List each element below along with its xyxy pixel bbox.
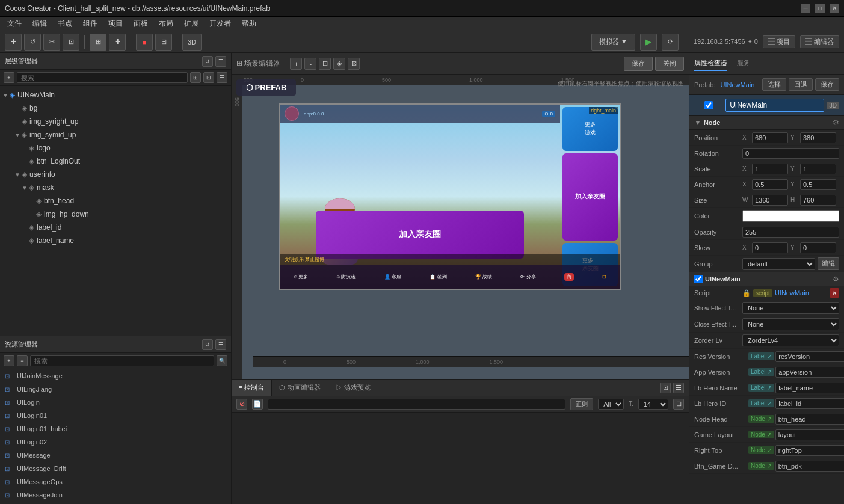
screenshot-button[interactable]: ⊡	[63, 34, 79, 51]
menu-layout[interactable]: 布局	[154, 17, 178, 31]
menu-help[interactable]: 帮助	[237, 17, 261, 31]
log-level-select[interactable]: All	[598, 399, 624, 410]
asset-item-uilogin01[interactable]: ⊡UILogin01	[0, 409, 231, 422]
join-family-btn[interactable]: 加入亲友圈	[562, 153, 618, 241]
uinewmain-section-header[interactable]: UINewMain ⚙	[689, 272, 844, 286]
group-select[interactable]: default	[742, 258, 815, 270]
hierarchy-sort[interactable]: ⊞	[190, 72, 201, 83]
editor-button[interactable]: ▤ 编辑器	[800, 35, 839, 48]
node-section-header[interactable]: ▼ Node ⚙	[689, 116, 844, 130]
asset-item-uimessagelost[interactable]: ⊡UIMessageLostConnect	[0, 502, 231, 504]
console-expand-button[interactable]: ⊡	[673, 399, 684, 410]
nav-service[interactable]: 👤 客服	[384, 274, 401, 280]
menu-panel[interactable]: 面板	[129, 17, 153, 31]
res-version-input[interactable]	[775, 351, 844, 362]
show-effect-select[interactable]: None	[742, 302, 839, 314]
hierarchy-refresh[interactable]: ↺	[202, 56, 213, 67]
menu-edit[interactable]: 编辑	[28, 17, 52, 31]
rotation-input[interactable]	[742, 148, 839, 159]
menu-node[interactable]: 书点	[53, 17, 77, 31]
color-swatch[interactable]	[742, 210, 839, 222]
nav-more[interactable]: ⊕ 更多	[294, 274, 308, 280]
opacity-input[interactable]	[742, 227, 839, 238]
project-button[interactable]: ▤ 项目	[763, 35, 795, 48]
asset-item-uijoinmessage[interactable]: ⊡UIJoinMessage	[0, 369, 231, 383]
asset-add[interactable]: +	[4, 355, 14, 366]
refresh-button[interactable]: ↺	[24, 34, 41, 51]
close-button[interactable]: ✕	[830, 4, 839, 13]
nav-chest[interactable]: ⊡	[602, 274, 606, 280]
bottom-expand-btn[interactable]: ⊡	[660, 383, 671, 393]
comp-settings-icon[interactable]: ⚙	[833, 275, 839, 283]
scene-save-button[interactable]: 保存	[624, 57, 653, 71]
asset-item-uilogin01-hubei[interactable]: ⊡UILogin01_hubei	[0, 422, 231, 435]
select-prefab-button[interactable]: 选择	[762, 78, 786, 91]
asset-refresh[interactable]: ↺	[202, 339, 213, 350]
tree-item-img-hp[interactable]: ◈ img_hp_down	[0, 207, 231, 221]
group-edit-button[interactable]: 编辑	[818, 257, 839, 270]
tree-item-logo[interactable]: ◈ logo	[0, 141, 231, 155]
simulator-button[interactable]: 模拟器 ▼	[591, 34, 635, 51]
tree-item-mask[interactable]: ▼ ◈ mask	[0, 181, 231, 194]
comp-enabled-checkbox[interactable]	[694, 101, 723, 109]
right-top-input[interactable]	[775, 445, 844, 456]
menu-extend[interactable]: 扩展	[179, 17, 203, 31]
tab-service[interactable]: 服务	[737, 56, 750, 71]
scene-nav-2[interactable]: ◈	[333, 58, 345, 70]
asset-item-uimessage-drift[interactable]: ⊡UIMessage_Drift	[0, 462, 231, 475]
close-effect-select[interactable]: None	[742, 318, 839, 330]
transform-button[interactable]: ⊞	[90, 34, 106, 51]
position-x-input[interactable]	[752, 132, 788, 143]
node-settings-icon[interactable]: ⚙	[833, 118, 839, 127]
zoom-out-button[interactable]: -	[304, 58, 316, 70]
nav-dungeon[interactable]: ⊙ 防沉迷	[336, 274, 356, 280]
tree-item-bg[interactable]: ◈ bg	[0, 102, 231, 115]
tree-item-label-name[interactable]: ◈ label_name	[0, 234, 231, 247]
tab-animation[interactable]: ⬡ 动画编辑器	[272, 380, 328, 396]
nav-checkin[interactable]: 📋 签到	[430, 274, 446, 280]
clear-console-button[interactable]: ⊘	[236, 399, 247, 410]
add-node-button[interactable]: ✚	[5, 34, 22, 51]
tab-preview[interactable]: ▷ 游戏预览	[328, 380, 378, 396]
nav-share[interactable]: ⟳ 分享	[520, 274, 535, 280]
scene-viewport[interactable]: ⬡ PREFAB 使用鼠标右键平移视图焦点；使用滚轮缩放视图 500 0 500…	[232, 75, 689, 379]
comp-enable-checkbox[interactable]	[694, 275, 703, 283]
scale-y-input[interactable]	[800, 164, 836, 174]
scene-close-button[interactable]: 关闭	[655, 57, 684, 71]
rect-button[interactable]: ■	[136, 34, 153, 51]
menu-project[interactable]: 项目	[103, 17, 128, 31]
asset-item-uilogin02[interactable]: ⊡UILogin02	[0, 435, 231, 449]
revert-prefab-button[interactable]: 回退	[789, 78, 813, 91]
menu-component[interactable]: 组件	[78, 17, 102, 31]
tree-item-userinfo[interactable]: ▼ ◈ userinfo	[0, 168, 231, 181]
tools-button[interactable]: ✂	[43, 34, 60, 51]
zoom-in-button[interactable]: +	[290, 58, 302, 70]
bottom-menu-btn[interactable]: ☰	[673, 383, 684, 393]
save-prefab-button[interactable]: 保存	[815, 78, 839, 91]
size-h-input[interactable]	[800, 195, 836, 206]
nav-shop[interactable]: 商	[564, 273, 574, 281]
lb-hero-name-input[interactable]	[775, 383, 844, 393]
scene-nav-3[interactable]: ⊠	[348, 58, 360, 70]
tree-item-btn-loginout[interactable]: ◈ btn_LoginOut	[0, 155, 231, 168]
asset-item-uimessagejoin[interactable]: ⊡UIMessageJoin	[0, 488, 231, 502]
tab-inspector[interactable]: 属性检查器	[694, 56, 727, 71]
game-layout-input[interactable]	[775, 429, 844, 440]
node-head-input[interactable]	[775, 414, 844, 425]
size-w-input[interactable]	[752, 195, 788, 206]
asset-item-uilingjiang[interactable]: ⊡UILingJiang	[0, 383, 231, 396]
hierarchy-search-input[interactable]	[17, 72, 188, 83]
asset-item-uilogin[interactable]: ⊡UILogin	[0, 396, 231, 409]
tab-console[interactable]: ≡ 控制台	[232, 380, 272, 396]
anchor-y-input[interactable]	[800, 179, 836, 190]
asset-item-uimessage[interactable]: ⊡UIMessage	[0, 449, 231, 462]
skew-y-input[interactable]	[800, 242, 836, 253]
rect2-button[interactable]: ⊟	[155, 34, 172, 51]
scene-nav-1[interactable]: ⊡	[319, 58, 331, 70]
tree-item-uinewmain[interactable]: ▼ ◈ UINewMain	[0, 88, 231, 102]
asset-menu[interactable]: ☰	[215, 339, 226, 350]
hierarchy-add[interactable]: +	[4, 72, 14, 83]
font-size-select[interactable]: 14	[638, 399, 668, 410]
play-button[interactable]: ▶	[640, 34, 657, 51]
console-search-input[interactable]	[268, 399, 565, 410]
